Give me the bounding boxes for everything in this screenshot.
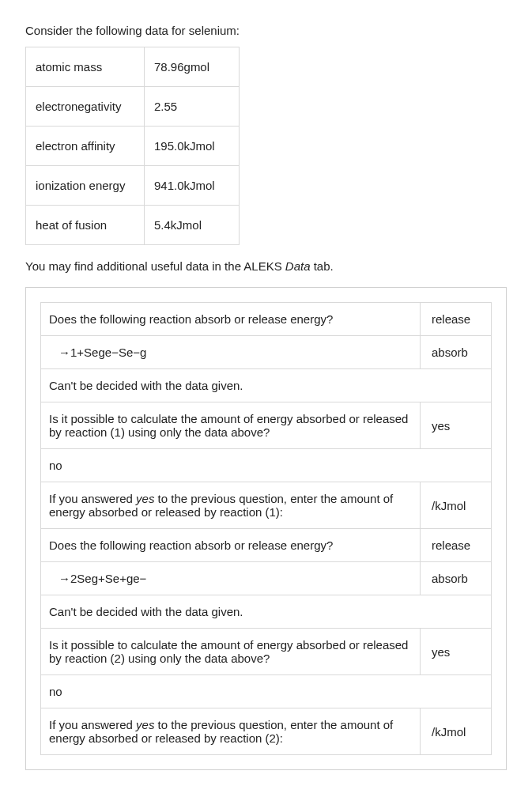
reaction-equation: →1+Sege−Se−g — [41, 336, 421, 369]
table-row: electronegativity 2.55 — [26, 87, 240, 127]
intro-text: Consider the following data for selenium… — [25, 24, 507, 37]
enter-italic: yes — [136, 718, 154, 731]
table-row: heat of fusion 5.4kJmol — [26, 206, 240, 245]
table-row: Can't be decided with the data given. — [41, 369, 492, 402]
table-row: Does the following reaction absorb or re… — [41, 529, 492, 562]
cant-decide-text: Can't be decided with the data given. — [41, 369, 492, 402]
question-text: Is it possible to calculate the amount o… — [41, 629, 421, 675]
answer-option-no[interactable]: no — [41, 675, 492, 708]
question-text: If you answered yes to the previous ques… — [41, 708, 421, 755]
question-table: Does the following reaction absorb or re… — [40, 302, 492, 755]
table-row: ionization energy 941.0kJmol — [26, 166, 240, 206]
prop-label: ionization energy — [26, 166, 145, 206]
energy-input-unit[interactable]: /kJmol — [421, 708, 492, 755]
table-row: If you answered yes to the previous ques… — [41, 482, 492, 529]
note-pre: You may find additional useful data in t… — [25, 259, 285, 273]
question-text: If you answered yes to the previous ques… — [41, 482, 421, 529]
question-text: Does the following reaction absorb or re… — [41, 529, 421, 562]
prop-label: electron affinity — [26, 127, 145, 166]
table-row: no — [41, 449, 492, 482]
prop-label: heat of fusion — [26, 206, 145, 245]
energy-input-unit[interactable]: /kJmol — [421, 482, 492, 529]
enter-italic: yes — [136, 492, 154, 505]
table-row: electron affinity 195.0kJmol — [26, 127, 240, 166]
answer-option-no[interactable]: no — [41, 449, 492, 482]
prop-value: 2.55 — [145, 87, 240, 127]
note-post: tab. — [311, 259, 334, 273]
properties-table: atomic mass 78.96gmol electronegativity … — [25, 47, 240, 245]
answer-option-release[interactable]: release — [421, 529, 492, 562]
prop-value: 195.0kJmol — [145, 127, 240, 166]
table-row: Does the following reaction absorb or re… — [41, 303, 492, 336]
table-row: Is it possible to calculate the amount o… — [41, 402, 492, 449]
table-row: no — [41, 675, 492, 708]
answer-option-release[interactable]: release — [421, 303, 492, 336]
table-row: →1+Sege−Se−g absorb — [41, 336, 492, 369]
note-italic: Data — [285, 259, 311, 273]
prop-value: 78.96gmol — [145, 47, 240, 87]
question-text: Is it possible to calculate the amount o… — [41, 402, 421, 449]
enter-pre: If you answered — [49, 718, 136, 731]
table-row: Can't be decided with the data given. — [41, 595, 492, 629]
table-row: If you answered yes to the previous ques… — [41, 708, 492, 755]
reaction-equation: →2Seg+Se+ge− — [41, 562, 421, 595]
cant-decide-text: Can't be decided with the data given. — [41, 595, 492, 629]
table-row: Is it possible to calculate the amount o… — [41, 629, 492, 675]
answer-option-yes[interactable]: yes — [421, 402, 492, 449]
question-box: Does the following reaction absorb or re… — [25, 287, 507, 770]
question-text: Does the following reaction absorb or re… — [41, 303, 421, 336]
table-row: atomic mass 78.96gmol — [26, 47, 240, 87]
prop-value: 5.4kJmol — [145, 206, 240, 245]
prop-value: 941.0kJmol — [145, 166, 240, 206]
answer-option-absorb[interactable]: absorb — [421, 336, 492, 369]
prop-label: electronegativity — [26, 87, 145, 127]
prop-label: atomic mass — [26, 47, 145, 87]
table-row: →2Seg+Se+ge− absorb — [41, 562, 492, 595]
note-text: You may find additional useful data in t… — [25, 259, 507, 273]
answer-option-absorb[interactable]: absorb — [421, 562, 492, 595]
enter-pre: If you answered — [49, 492, 136, 505]
answer-option-yes[interactable]: yes — [421, 629, 492, 675]
